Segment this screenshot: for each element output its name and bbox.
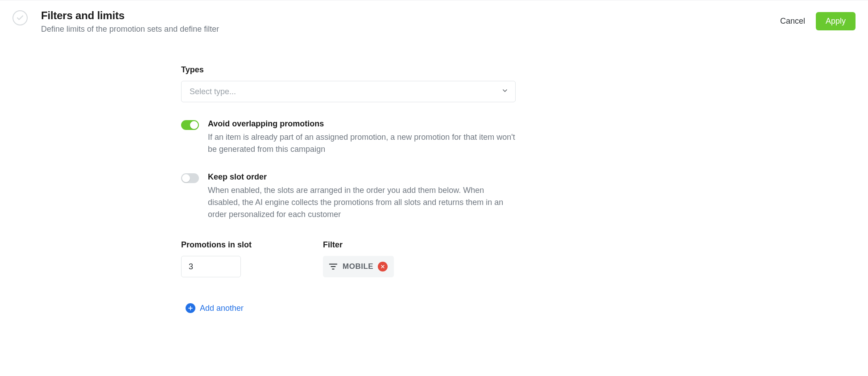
filter-chip-label: MOBILE xyxy=(343,262,373,271)
keep-slot-order-title: Keep slot order xyxy=(208,172,516,182)
add-another-label: Add another xyxy=(200,304,244,313)
filter-chip[interactable]: MOBILE xyxy=(323,256,394,277)
avoid-overlap-description: If an item is already part of an assigne… xyxy=(208,131,516,155)
avoid-overlap-toggle[interactable] xyxy=(181,120,199,130)
remove-filter-button[interactable] xyxy=(378,262,388,272)
filter-icon xyxy=(328,262,338,272)
page-title: Filters and limits xyxy=(41,9,780,22)
page-subtitle: Define limits of the promotion sets and … xyxy=(41,25,780,34)
plus-icon xyxy=(186,303,195,313)
promotions-in-slot-input[interactable] xyxy=(181,256,241,277)
filter-label: Filter xyxy=(323,240,394,250)
types-select[interactable]: Select type... xyxy=(181,81,516,102)
promotions-in-slot-label: Promotions in slot xyxy=(181,240,252,250)
step-status-icon xyxy=(12,10,28,25)
avoid-overlap-title: Avoid overlapping promotions xyxy=(208,119,516,129)
add-another-button[interactable]: Add another xyxy=(186,303,244,313)
keep-slot-order-toggle[interactable] xyxy=(181,173,199,183)
keep-slot-order-description: When enabled, the slots are arranged in … xyxy=(208,184,516,221)
types-label: Types xyxy=(181,65,516,75)
apply-button[interactable]: Apply xyxy=(816,12,856,30)
cancel-button[interactable]: Cancel xyxy=(780,17,805,26)
